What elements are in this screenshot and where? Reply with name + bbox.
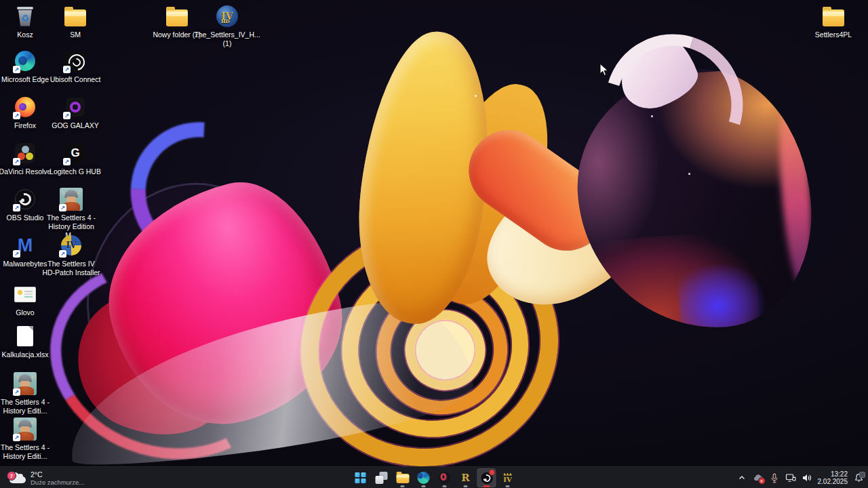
desktop-icon-settlers4-history-1[interactable]: ↗ The Settlers 4 - History Editi... [0,371,54,415]
wallpaper [0,0,868,488]
settlers-iv-hd-icon: IVHD [216,5,238,27]
error-badge-icon: ✕ [758,477,766,485]
windows-logo-icon [355,472,366,483]
microphone-tray-icon[interactable] [769,472,780,483]
running-indicator [422,485,426,487]
folder-icon [166,9,188,26]
icon-label: The Settlers 4 - History Editi... [0,443,54,461]
desktop-icon-kalkulacja[interactable]: Kalkulacja.xlsx [0,324,54,359]
icon-label: Glovo [16,308,34,317]
shortcut-arrow-icon: ↗ [63,112,71,119]
desktop-icon-settlers4-history-2[interactable]: ↗ The Settlers 4 - History Editi... [0,417,54,461]
weather-badge: 7 [7,471,16,481]
shortcut-arrow-icon: ↗ [13,158,20,165]
desktop-icon-sm[interactable]: SM [46,4,104,39]
shortcut-arrow-icon: ↗ [13,204,20,211]
running-indicator [443,485,447,487]
taskbar: 7 2°C Duże zachmurze... [0,466,868,488]
shortcut-arrow-icon: ↗ [13,112,20,119]
hidden-icons-chevron[interactable] [736,472,747,483]
clock-date: 2.02.2025 [818,478,848,486]
network-tray-icon[interactable] [785,472,796,483]
document-icon [17,326,33,346]
edge-taskbar-button[interactable] [414,468,433,487]
notification-badge [859,472,865,478]
speaker-icon [802,473,812,483]
desktop-screen: ♻ Kosz ↗ Microsoft Edge ↗ Firefox ↗ DaVi… [0,0,868,488]
icon-label: Kosz [17,30,33,39]
shortcut-arrow-icon: ↗ [63,66,71,73]
weather-cloud-icon: 7 [9,476,26,483]
obs-recording-dot [489,469,496,476]
icon-label-line2: (1) [223,39,232,48]
obs-studio-button[interactable] [477,468,496,487]
ethernet-network-icon [785,473,796,483]
desktop-icon-ubisoft-connect[interactable]: ↗ Ubisoft Connect [46,49,104,84]
icon-label: Microsoft Edge [1,75,49,84]
running-indicator [464,485,468,487]
shortcut-arrow-icon: ↗ [59,204,66,211]
running-indicator [401,485,405,487]
icon-label: The Settlers 4 - History Editi... [0,398,54,415]
icon-label: SM [70,30,81,39]
start-button[interactable] [351,468,370,487]
desktop-icon-logitech-g-hub[interactable]: G ↗ Logitech G HUB [46,141,104,176]
desktop-icon-settlers-iv-hd-file[interactable]: IVHD The_Settlers_IV_H... (1) [192,4,262,48]
edge-icon [418,472,430,484]
folder-icon [64,9,86,26]
shortcut-arrow-icon: ↗ [59,250,66,258]
system-tray: ✕ [736,467,865,488]
folder-icon [823,9,844,26]
icon-label: DaVinci Resolve [0,167,51,176]
taskbar-center: R IV [351,467,517,488]
recycle-bin-icon: ♻ [17,7,33,26]
icon-label: The Settlers IV HD-Patch Installer [42,260,100,277]
wallpaper-vignette [0,0,868,488]
shortcut-arrow-icon: ↗ [13,434,20,441]
r-app-icon: R [461,472,469,484]
file-explorer-button[interactable] [393,468,412,487]
icon-label: OBS Studio [7,214,44,222]
icon-label: Kalkulacja.xlsx [2,350,49,359]
notification-bell[interactable] [853,472,864,483]
microphone-icon [770,473,779,483]
image-file-icon [14,287,36,302]
icon-label: Ubisoft Connect [50,75,101,84]
shortcut-arrow-icon: ↗ [13,388,20,396]
desktop-icon-settlers4pl[interactable]: Settlers4PL [804,4,863,39]
icon-label: Firefox [14,121,36,130]
settlers-iv-button[interactable]: IV [498,468,517,487]
opera-gx-button[interactable] [435,468,454,487]
icon-label: GOG GALAXY [52,121,98,130]
file-explorer-icon [396,474,409,483]
settlers-iv-icon: IV [501,471,515,485]
r-app-button[interactable]: R [456,468,475,487]
desktop-icon-settlers4-history-mod[interactable]: ↗ The Settlers 4 - History Edition M... [42,187,100,240]
onedrive-tray-icon[interactable]: ✕ [753,472,764,483]
shortcut-arrow-icon: ↗ [13,66,20,73]
weather-condition: Duże zachmurze... [31,479,84,486]
shortcut-arrow-icon: ↗ [63,158,71,165]
icon-label: The_Settlers_IV_H... [194,30,260,39]
clock[interactable]: 13:22 2.02.2025 [818,470,848,486]
running-indicator [506,485,510,487]
icon-label: Settlers4PL [815,30,852,39]
weather-widget[interactable]: 7 2°C Duże zachmurze... [5,467,88,488]
task-view-button[interactable] [372,468,391,487]
running-indicator-active [484,485,490,487]
desktop-icon-gog-galaxy[interactable]: ↗ GOG GALAXY [46,95,104,130]
chevron-up-icon [737,473,747,483]
icon-label: Malwarebytes [3,260,47,268]
icon-label: Logitech G HUB [50,167,101,176]
desktop-icon-settlers-hd-patch[interactable]: IV ↗ The Settlers IV HD-Patch Installer [42,233,100,277]
shortcut-arrow-icon: ↗ [13,250,20,258]
task-view-icon [376,472,388,484]
mouse-cursor [599,63,609,77]
weather-temp: 2°C [31,470,84,479]
clock-time: 13:22 [831,470,848,479]
desktop-icon-glovo[interactable]: Glovo [0,282,54,317]
opera-gx-icon [439,472,451,484]
volume-tray-icon[interactable] [802,472,812,483]
